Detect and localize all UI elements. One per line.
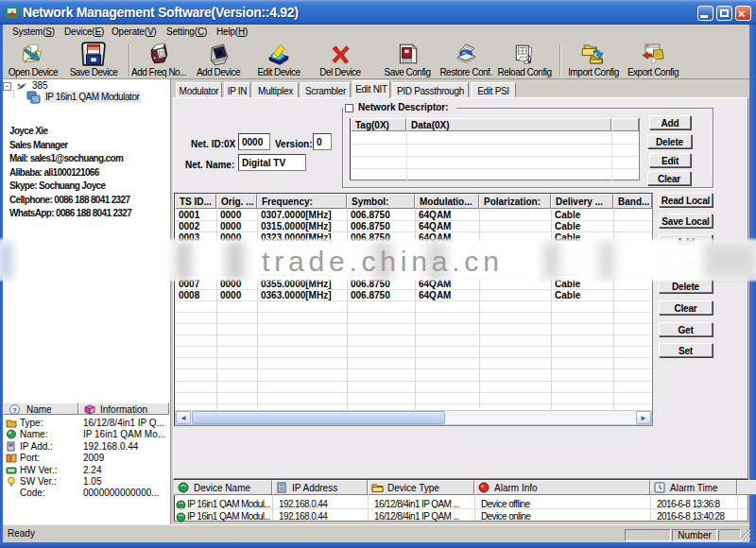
svg-text:?: ? — [12, 406, 17, 415]
